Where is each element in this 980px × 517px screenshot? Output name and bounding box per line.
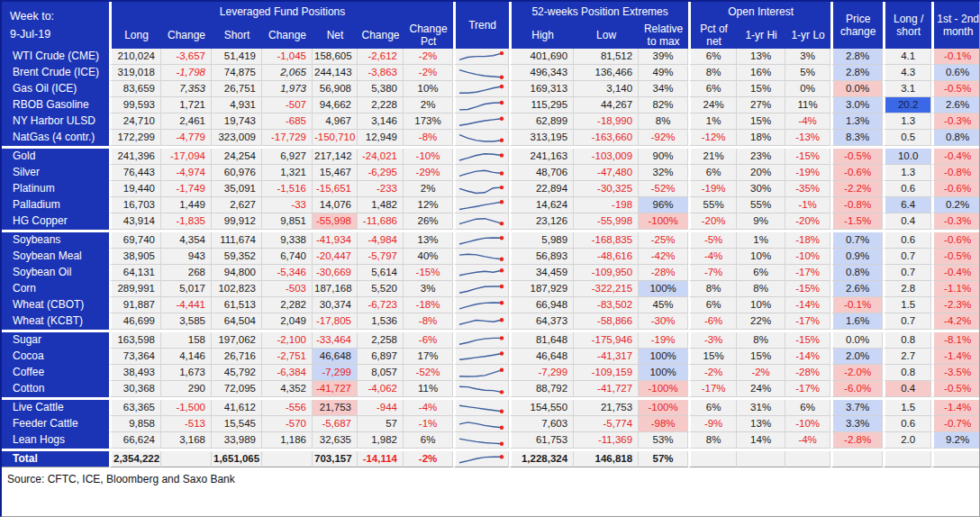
cell-yr-lo: -15% bbox=[785, 149, 830, 165]
cell-net-chg: 1,536 bbox=[358, 313, 404, 330]
cell-chg-pct: 11% bbox=[404, 381, 453, 397]
row-label: Total bbox=[2, 451, 109, 467]
cell-m12: -0.1% bbox=[931, 49, 980, 65]
spark-endpoint-dot bbox=[500, 318, 504, 322]
cell-high: 61,753 bbox=[509, 432, 574, 449]
cell-chg-pct: 13% bbox=[404, 232, 453, 249]
row-label: Soybean Meal bbox=[2, 249, 109, 265]
cell-net: 244,143 bbox=[313, 65, 358, 81]
spark-endpoint-dot bbox=[500, 257, 504, 260]
spark-endpoint-dot bbox=[500, 390, 504, 394]
cell-short: 33,989 bbox=[212, 432, 262, 449]
col-long-change: Change bbox=[161, 22, 212, 49]
cell-yr-hi: 6% bbox=[737, 265, 785, 281]
table-row: Gold241,396-17,09424,2546,927217,142-24,… bbox=[2, 149, 980, 165]
cell-m12: -0.7% bbox=[931, 416, 980, 432]
cell-short-chg: -2,751 bbox=[262, 349, 313, 365]
col-high: High bbox=[509, 22, 574, 49]
row-label: Corn bbox=[2, 281, 109, 297]
cell-long: 241,396 bbox=[109, 149, 161, 165]
row-label: Soybean Oil bbox=[2, 265, 109, 281]
cell-chg-pct: -2% bbox=[404, 49, 453, 65]
cell-long-chg: -1,749 bbox=[161, 181, 212, 197]
cell-price: 3.7% bbox=[830, 400, 883, 416]
trend-sparkline bbox=[457, 334, 507, 348]
cell-short: 64,504 bbox=[212, 313, 262, 330]
cell-yr-hi: 55% bbox=[737, 197, 785, 213]
total-row: Total2,354,2221,651,065703,157-14,114-2%… bbox=[2, 451, 980, 467]
positions-table: Week to: 9-Jul-19 Leveraged Fund Positio… bbox=[2, 2, 980, 467]
spark-endpoint-dot bbox=[500, 441, 504, 445]
cell-net-chg: -6,295 bbox=[358, 165, 404, 181]
cell-short: 4,931 bbox=[212, 97, 262, 113]
spark-endpoint-dot bbox=[500, 200, 504, 204]
cell-yr-lo: -10% bbox=[785, 416, 830, 432]
cell-trend bbox=[453, 213, 509, 230]
table-row: Brent Crude (ICE)319,018-1,79874,8752,06… bbox=[2, 65, 980, 81]
cell-ls: 1.3 bbox=[883, 113, 931, 130]
cell-long: 83,659 bbox=[109, 81, 161, 97]
spark-endpoint-dot bbox=[500, 425, 504, 429]
cell-long-chg: 943 bbox=[161, 249, 212, 265]
cell-high: 313,195 bbox=[509, 130, 574, 146]
trend-sparkline bbox=[457, 350, 507, 364]
cell-pct-net: -4% bbox=[688, 249, 737, 265]
cell-price: 2.8% bbox=[830, 49, 883, 65]
cell-pct-net: -7% bbox=[688, 265, 737, 281]
table-row: Gas Oil (ICE)83,6597,35326,7511,97356,90… bbox=[2, 81, 980, 97]
cell-long: 24,710 bbox=[109, 113, 161, 130]
cell-yr-hi: 24% bbox=[737, 381, 785, 397]
cell-long: 163,598 bbox=[109, 332, 161, 349]
cell-price: 2.0% bbox=[830, 349, 883, 365]
spark-endpoint-dot bbox=[500, 236, 504, 240]
cell-trend bbox=[453, 349, 509, 365]
cell-yr-lo: -28% bbox=[785, 365, 830, 381]
cell-rel: 90% bbox=[639, 149, 688, 165]
cell-trend bbox=[453, 381, 509, 397]
cell-low: -58,866 bbox=[574, 313, 639, 330]
cell-trend bbox=[453, 451, 509, 467]
row-label: RBOB Gasoline bbox=[2, 97, 109, 113]
cell-short: 59,352 bbox=[212, 249, 262, 265]
cell-pct-net: 6% bbox=[688, 165, 737, 181]
cell-trend bbox=[453, 265, 509, 281]
cell-high: 187,929 bbox=[509, 281, 574, 297]
cell-pct-net: 55% bbox=[688, 197, 737, 213]
trend-sparkline bbox=[457, 367, 507, 380]
cell-short: 2,627 bbox=[212, 197, 262, 213]
spark-endpoint-dot bbox=[500, 171, 504, 175]
cell-trend bbox=[453, 49, 509, 65]
cell-long: 73,364 bbox=[109, 349, 161, 365]
cell-short: 99,912 bbox=[212, 213, 262, 230]
cell-short-chg: 2,049 bbox=[262, 313, 313, 330]
cell-trend bbox=[453, 97, 509, 113]
cell-long-chg: -4,779 bbox=[161, 130, 212, 146]
cell-short: 51,419 bbox=[212, 49, 262, 65]
cell-short-chg: 2,282 bbox=[262, 297, 313, 313]
table-row: Wheat (CBOT)91,887-4,44161,5132,28230,37… bbox=[2, 297, 980, 313]
cell-short-chg: -503 bbox=[262, 281, 313, 297]
cell-pct-net: -6% bbox=[688, 313, 737, 330]
cell-high: 48,706 bbox=[509, 165, 574, 181]
cot-report-table: Week to: 9-Jul-19 Leveraged Fund Positio… bbox=[0, 0, 980, 517]
row-label: Brent Crude (ICE) bbox=[2, 65, 109, 81]
cell-net-chg: 1,982 bbox=[358, 432, 404, 449]
cell-yr-lo: -4% bbox=[785, 432, 830, 449]
cell-high: 88,792 bbox=[509, 381, 574, 397]
cell-m12: -0.4% bbox=[931, 265, 980, 281]
cell-chg-pct: -10% bbox=[404, 149, 453, 165]
cell-net-chg: 5,520 bbox=[358, 281, 404, 297]
cell-chg-pct: -8% bbox=[404, 130, 453, 146]
cell-ls: 0.7 bbox=[883, 313, 931, 330]
cell-low: -11,369 bbox=[574, 432, 639, 449]
cell-yr-hi: 23% bbox=[737, 149, 785, 165]
cell-yr-lo: -1% bbox=[785, 197, 830, 213]
cell-short-chg: -17,729 bbox=[262, 130, 313, 146]
spark-endpoint-dot bbox=[500, 221, 504, 224]
cell-rel: 45% bbox=[639, 297, 688, 313]
cell-m12: -0.3% bbox=[931, 213, 980, 230]
cell-chg-pct: -29% bbox=[404, 165, 453, 181]
table-row: NY Harbor ULSD24,7102,46119,743-6854,967… bbox=[2, 113, 980, 130]
cell-short-chg: -507 bbox=[262, 97, 313, 113]
cell-trend bbox=[453, 416, 509, 432]
